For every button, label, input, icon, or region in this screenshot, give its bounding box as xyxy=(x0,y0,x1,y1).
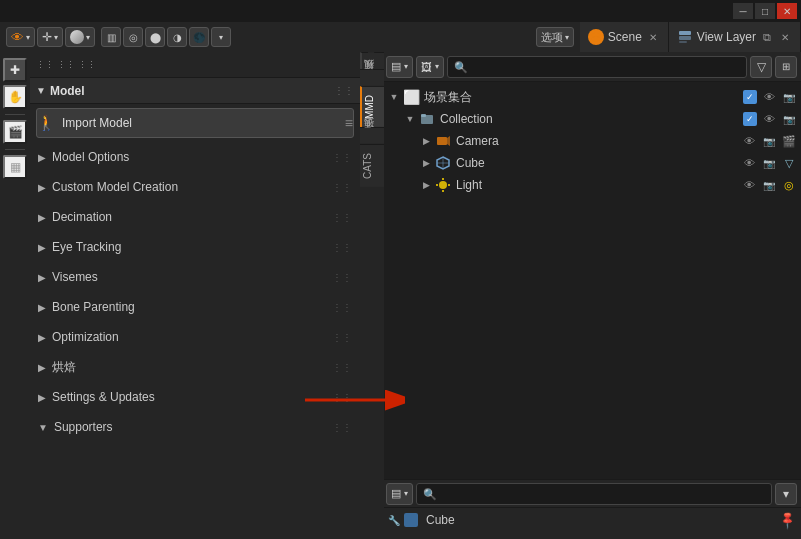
menu-item-bone-parenting[interactable]: ▶ Bone Parenting ⋮⋮ xyxy=(30,292,360,322)
tab-options[interactable]: 选项 xyxy=(360,127,384,144)
camera-icon[interactable]: 📷 xyxy=(781,89,797,105)
light-label: Light xyxy=(456,178,741,192)
view-layer-tab[interactable]: View Layer ⧉ ✕ xyxy=(669,22,801,52)
funnel-icon: ▽ xyxy=(757,60,766,74)
collection-checkbox[interactable]: ✓ xyxy=(743,112,757,126)
cube-eye-icon[interactable]: 👁 xyxy=(741,155,757,171)
cursor-icon: ✛ xyxy=(42,30,52,44)
filter-display-button[interactable]: 🖼 ▾ xyxy=(416,56,444,78)
collection-label: Collection xyxy=(440,112,743,126)
import-model-button[interactable]: 🚶 Import Model ≡ xyxy=(36,108,354,138)
tab-mmd-label: MMD xyxy=(364,95,375,119)
camera-special-icon: 🎬 xyxy=(781,133,797,149)
filter-button[interactable]: ▽ xyxy=(750,56,772,78)
panel-menu-dots[interactable]: ⋮⋮ xyxy=(334,85,354,96)
bottom-cube-item[interactable]: 🔧 Cube 📌 xyxy=(382,508,801,532)
tree-item-light[interactable]: ▶ Light 👁 📷 ◎ xyxy=(382,174,801,196)
collection-folder-icon xyxy=(418,110,436,128)
menu-dots-decimation: ⋮⋮ xyxy=(332,212,352,223)
camera-eye-icon[interactable]: 👁 xyxy=(741,133,757,149)
light-cam-icon[interactable]: 📷 xyxy=(761,177,777,193)
view-layer-tab-close[interactable]: ✕ xyxy=(778,30,792,44)
expand-collection[interactable]: ▼ xyxy=(402,111,418,127)
camera-tool[interactable]: 🎬 xyxy=(3,120,27,144)
camera-cam-icon[interactable]: 📷 xyxy=(761,133,777,149)
menu-item-kaoji[interactable]: ▶ 烘焙 ⋮⋮ xyxy=(30,352,360,382)
xuanxiang-button[interactable]: 选项 ▾ xyxy=(536,27,574,47)
menu-items-container: ▶ Model Options ⋮⋮ ▶ Custom Model Creati… xyxy=(30,142,360,539)
expand-camera[interactable]: ▶ xyxy=(418,133,434,149)
xuanxiang-arrow-icon: ▾ xyxy=(565,33,569,42)
collection-eye-icon[interactable]: 👁 xyxy=(761,111,777,127)
menu-dots-supporters: ⋮⋮ xyxy=(332,422,352,433)
tab-mmd[interactable]: MMD xyxy=(360,86,384,127)
camera-actions: 👁 📷 🎬 xyxy=(741,133,797,149)
material-button[interactable]: ◑ xyxy=(167,27,187,47)
visibility-checkbox[interactable]: ✓ xyxy=(743,90,757,104)
eye-icon[interactable]: 👁 xyxy=(761,89,777,105)
search-input[interactable] xyxy=(447,56,747,78)
menu-label-settings: Settings & Updates xyxy=(52,390,332,404)
sync-button[interactable]: ⊞ xyxy=(775,56,797,78)
expand-arrow-kaoji: ▶ xyxy=(38,362,46,373)
close-button[interactable]: ✕ xyxy=(777,3,797,19)
select-tool[interactable]: ✚ xyxy=(3,58,27,82)
menu-item-optimization[interactable]: ▶ Optimization ⋮⋮ xyxy=(30,322,360,352)
tab-scene[interactable]: 场景集 xyxy=(360,52,384,69)
expand-arrow-custom-model: ▶ xyxy=(38,182,46,193)
bottom-search-input[interactable] xyxy=(416,483,772,505)
view-layer-tab-new[interactable]: ⧉ xyxy=(760,30,774,44)
expand-cube[interactable]: ▶ xyxy=(418,155,434,171)
menu-dots-kaoji: ⋮⋮ xyxy=(332,362,352,373)
extra-settings-button[interactable]: ▾ xyxy=(211,27,231,47)
menu-item-supporters[interactable]: ▼ Supporters ⋮⋮ xyxy=(30,412,360,442)
view-mode-button[interactable]: 👁 ▾ xyxy=(6,27,35,47)
left-sidebar: ✚ ✋ 🎬 ▦ xyxy=(0,52,30,539)
tree-item-cube[interactable]: ▶ Cube 👁 📷 ▽ xyxy=(382,152,801,174)
maximize-button[interactable]: □ xyxy=(755,3,775,19)
panel-toolbar: ⋮⋮ ⋮⋮ ⋮⋮ xyxy=(30,52,360,78)
expand-scene-collection[interactable]: ▼ xyxy=(386,89,402,105)
svg-marker-15 xyxy=(447,136,450,146)
render-type-button[interactable]: ▥ xyxy=(101,27,121,47)
menu-dots-visemes: ⋮⋮ xyxy=(332,272,352,283)
light-eye-icon[interactable]: 👁 xyxy=(741,177,757,193)
menu-item-eye-tracking[interactable]: ▶ Eye Tracking ⋮⋮ xyxy=(30,232,360,262)
tree-item-collection[interactable]: ▼ Collection ✓ 👁 📷 xyxy=(382,108,801,130)
grid-tool[interactable]: ▦ xyxy=(3,155,27,179)
tab-video[interactable]: 视频 xyxy=(360,69,384,86)
tab-cats[interactable]: CATS xyxy=(360,144,384,187)
render-button[interactable]: 🌑 xyxy=(189,27,209,47)
svg-rect-1 xyxy=(679,36,691,40)
menu-item-model-options[interactable]: ▶ Model Options ⋮⋮ xyxy=(30,142,360,172)
view-layer-mode-button[interactable]: ✛ ▾ xyxy=(37,27,63,47)
scene-label: Scene xyxy=(608,30,642,44)
outliner-mode-button[interactable]: ▤ ▾ xyxy=(386,56,413,78)
shading-button[interactable]: ▾ xyxy=(65,27,95,47)
menu-item-custom-model[interactable]: ▶ Custom Model Creation ⋮⋮ xyxy=(30,172,360,202)
bottom-mode-button[interactable]: ▤ ▾ xyxy=(386,483,413,505)
overlay-circle-button[interactable]: ◎ xyxy=(123,27,143,47)
outliner-icon: ▤ xyxy=(391,60,401,73)
collection-camera-icon[interactable]: 📷 xyxy=(781,111,797,127)
chevron2-icon: ▾ xyxy=(54,33,58,42)
svg-rect-13 xyxy=(421,114,426,117)
expand-arrow-visemes: ▶ xyxy=(38,272,46,283)
solid-sphere-button[interactable]: ⬤ xyxy=(145,27,165,47)
bottom-item-icon: 🔧 xyxy=(388,515,400,526)
svg-rect-2 xyxy=(679,41,687,43)
scene-tab[interactable]: Scene ✕ xyxy=(580,22,669,52)
menu-item-decimation[interactable]: ▶ Decimation ⋮⋮ xyxy=(30,202,360,232)
tree-item-camera[interactable]: ▶ Camera 👁 📷 🎬 xyxy=(382,130,801,152)
menu-label-supporters: Supporters xyxy=(54,420,332,434)
tree-item-scene-collection[interactable]: ▼ ⬜ 场景集合 ✓ 👁 📷 xyxy=(382,86,801,108)
grab-tool[interactable]: ✋ xyxy=(3,85,27,109)
cube-cam-icon[interactable]: 📷 xyxy=(761,155,777,171)
menu-dots-model-options: ⋮⋮ xyxy=(332,152,352,163)
menu-item-visemes[interactable]: ▶ Visemes ⋮⋮ xyxy=(30,262,360,292)
expand-light[interactable]: ▶ xyxy=(418,177,434,193)
scene-tab-close[interactable]: ✕ xyxy=(646,30,660,44)
bottom-filter-button[interactable]: ▾ xyxy=(775,483,797,505)
panel-header: ▼ Model ⋮⋮ xyxy=(30,78,360,104)
minimize-button[interactable]: ─ xyxy=(733,3,753,19)
